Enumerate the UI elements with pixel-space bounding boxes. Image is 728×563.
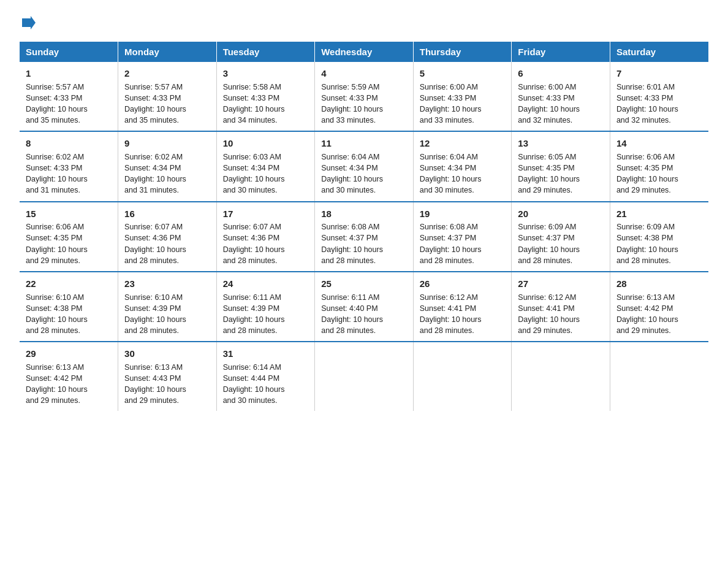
calendar-cell (315, 342, 414, 411)
day-info: Sunrise: 6:00 AM Sunset: 4:33 PM Dayligh… (420, 82, 506, 126)
day-info: Sunrise: 5:58 AM Sunset: 4:33 PM Dayligh… (223, 82, 309, 126)
day-info: Sunrise: 6:13 AM Sunset: 4:42 PM Dayligh… (26, 362, 112, 407)
calendar-cell: 30Sunrise: 6:13 AM Sunset: 4:43 PM Dayli… (118, 342, 217, 411)
day-number: 28 (616, 277, 702, 291)
page-header (20, 15, 708, 29)
weekday-header-saturday: Saturday (610, 42, 708, 62)
calendar-cell: 23Sunrise: 6:10 AM Sunset: 4:39 PM Dayli… (118, 272, 217, 342)
day-info: Sunrise: 6:01 AM Sunset: 4:33 PM Dayligh… (616, 82, 702, 126)
day-number: 22 (26, 277, 112, 291)
day-number: 23 (124, 277, 210, 291)
day-info: Sunrise: 6:07 AM Sunset: 4:36 PM Dayligh… (223, 221, 309, 266)
weekday-header-sunday: Sunday (20, 42, 118, 62)
day-info: Sunrise: 5:57 AM Sunset: 4:33 PM Dayligh… (26, 82, 112, 126)
calendar-cell: 26Sunrise: 6:12 AM Sunset: 4:41 PM Dayli… (413, 272, 512, 342)
day-number: 1 (26, 67, 112, 80)
day-number: 19 (420, 207, 506, 221)
calendar-cell: 24Sunrise: 6:11 AM Sunset: 4:39 PM Dayli… (216, 272, 315, 342)
day-number: 10 (223, 137, 309, 150)
day-number: 11 (321, 137, 407, 150)
calendar-cell (413, 342, 512, 411)
day-number: 12 (420, 137, 506, 150)
weekday-header-monday: Monday (118, 42, 217, 62)
day-number: 2 (124, 67, 210, 80)
day-number: 29 (26, 347, 112, 361)
day-info: Sunrise: 6:09 AM Sunset: 4:38 PM Dayligh… (616, 221, 702, 266)
day-info: Sunrise: 6:08 AM Sunset: 4:37 PM Dayligh… (321, 221, 407, 266)
calendar-cell: 12Sunrise: 6:04 AM Sunset: 4:34 PM Dayli… (413, 131, 512, 201)
calendar-cell: 19Sunrise: 6:08 AM Sunset: 4:37 PM Dayli… (413, 202, 512, 272)
day-number: 16 (124, 207, 210, 221)
day-number: 8 (26, 137, 112, 150)
calendar-cell: 31Sunrise: 6:14 AM Sunset: 4:44 PM Dayli… (216, 342, 315, 411)
weekday-header-wednesday: Wednesday (315, 42, 414, 62)
day-number: 14 (616, 137, 702, 150)
calendar-cell: 14Sunrise: 6:06 AM Sunset: 4:35 PM Dayli… (610, 131, 708, 201)
calendar-cell: 8Sunrise: 6:02 AM Sunset: 4:33 PM Daylig… (20, 131, 118, 201)
day-info: Sunrise: 6:12 AM Sunset: 4:41 PM Dayligh… (420, 292, 506, 337)
calendar-cell: 20Sunrise: 6:09 AM Sunset: 4:37 PM Dayli… (512, 202, 610, 272)
calendar-cell: 25Sunrise: 6:11 AM Sunset: 4:40 PM Dayli… (315, 272, 414, 342)
day-number: 4 (321, 67, 407, 80)
day-info: Sunrise: 6:04 AM Sunset: 4:34 PM Dayligh… (321, 151, 407, 196)
day-number: 21 (616, 207, 702, 221)
day-info: Sunrise: 6:04 AM Sunset: 4:34 PM Dayligh… (420, 151, 506, 196)
calendar-cell: 27Sunrise: 6:12 AM Sunset: 4:41 PM Dayli… (512, 272, 610, 342)
day-info: Sunrise: 6:14 AM Sunset: 4:44 PM Dayligh… (223, 362, 309, 407)
day-number: 25 (321, 277, 407, 291)
day-info: Sunrise: 6:05 AM Sunset: 4:35 PM Dayligh… (518, 151, 604, 196)
calendar-cell: 16Sunrise: 6:07 AM Sunset: 4:36 PM Dayli… (118, 202, 217, 272)
calendar-cell: 18Sunrise: 6:08 AM Sunset: 4:37 PM Dayli… (315, 202, 414, 272)
calendar-cell: 2Sunrise: 5:57 AM Sunset: 4:33 PM Daylig… (118, 62, 217, 131)
calendar-cell: 28Sunrise: 6:13 AM Sunset: 4:42 PM Dayli… (610, 272, 708, 342)
calendar-cell: 5Sunrise: 6:00 AM Sunset: 4:33 PM Daylig… (413, 62, 512, 131)
day-info: Sunrise: 6:02 AM Sunset: 4:34 PM Dayligh… (124, 151, 210, 196)
day-number: 13 (518, 137, 604, 150)
day-info: Sunrise: 6:10 AM Sunset: 4:38 PM Dayligh… (26, 292, 112, 337)
calendar-cell: 22Sunrise: 6:10 AM Sunset: 4:38 PM Dayli… (20, 272, 118, 342)
day-number: 7 (616, 67, 702, 80)
calendar-table: SundayMondayTuesdayWednesdayThursdayFrid… (20, 42, 708, 411)
day-info: Sunrise: 6:08 AM Sunset: 4:37 PM Dayligh… (420, 221, 506, 266)
weekday-header-tuesday: Tuesday (216, 42, 315, 62)
day-info: Sunrise: 5:57 AM Sunset: 4:33 PM Dayligh… (124, 82, 210, 126)
calendar-cell: 6Sunrise: 6:00 AM Sunset: 4:33 PM Daylig… (512, 62, 610, 131)
day-info: Sunrise: 6:03 AM Sunset: 4:34 PM Dayligh… (223, 151, 309, 196)
day-info: Sunrise: 6:09 AM Sunset: 4:37 PM Dayligh… (518, 221, 604, 266)
day-info: Sunrise: 6:10 AM Sunset: 4:39 PM Dayligh… (124, 292, 210, 337)
calendar-week-1: 1Sunrise: 5:57 AM Sunset: 4:33 PM Daylig… (20, 62, 708, 131)
day-info: Sunrise: 6:06 AM Sunset: 4:35 PM Dayligh… (616, 151, 702, 196)
calendar-cell: 9Sunrise: 6:02 AM Sunset: 4:34 PM Daylig… (118, 131, 217, 201)
day-info: Sunrise: 6:13 AM Sunset: 4:43 PM Dayligh… (124, 362, 210, 407)
day-number: 27 (518, 277, 604, 291)
calendar-week-2: 8Sunrise: 6:02 AM Sunset: 4:33 PM Daylig… (20, 131, 708, 201)
day-info: Sunrise: 6:13 AM Sunset: 4:42 PM Dayligh… (616, 292, 702, 337)
day-number: 18 (321, 207, 407, 221)
day-number: 24 (223, 277, 309, 291)
day-info: Sunrise: 6:11 AM Sunset: 4:40 PM Dayligh… (321, 292, 407, 337)
day-number: 15 (26, 207, 112, 221)
day-info: Sunrise: 6:02 AM Sunset: 4:33 PM Dayligh… (26, 151, 112, 196)
day-number: 26 (420, 277, 506, 291)
day-number: 6 (518, 67, 604, 80)
logo-arrow-icon (22, 16, 36, 29)
calendar-week-5: 29Sunrise: 6:13 AM Sunset: 4:42 PM Dayli… (20, 342, 708, 411)
day-info: Sunrise: 6:06 AM Sunset: 4:35 PM Dayligh… (26, 221, 112, 266)
day-info: Sunrise: 6:11 AM Sunset: 4:39 PM Dayligh… (223, 292, 309, 337)
calendar-cell: 17Sunrise: 6:07 AM Sunset: 4:36 PM Dayli… (216, 202, 315, 272)
calendar-cell: 7Sunrise: 6:01 AM Sunset: 4:33 PM Daylig… (610, 62, 708, 131)
day-info: Sunrise: 6:07 AM Sunset: 4:36 PM Dayligh… (124, 221, 210, 266)
weekday-header-friday: Friday (512, 42, 610, 62)
calendar-cell: 11Sunrise: 6:04 AM Sunset: 4:34 PM Dayli… (315, 131, 414, 201)
day-number: 5 (420, 67, 506, 80)
logo (20, 15, 36, 29)
calendar-cell: 13Sunrise: 6:05 AM Sunset: 4:35 PM Dayli… (512, 131, 610, 201)
calendar-cell: 1Sunrise: 5:57 AM Sunset: 4:33 PM Daylig… (20, 62, 118, 131)
day-number: 9 (124, 137, 210, 150)
calendar-cell: 21Sunrise: 6:09 AM Sunset: 4:38 PM Dayli… (610, 202, 708, 272)
day-info: Sunrise: 6:12 AM Sunset: 4:41 PM Dayligh… (518, 292, 604, 337)
day-number: 20 (518, 207, 604, 221)
calendar-cell: 29Sunrise: 6:13 AM Sunset: 4:42 PM Dayli… (20, 342, 118, 411)
day-number: 17 (223, 207, 309, 221)
svg-marker-0 (22, 16, 36, 29)
